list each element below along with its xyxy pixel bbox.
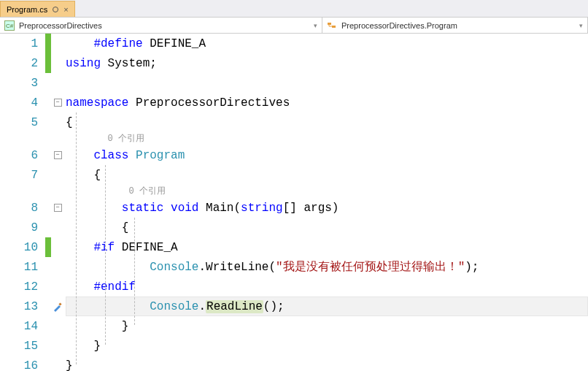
outline-guide [76,112,77,364]
tab-program-cs[interactable]: Program.cs × [0,1,75,17]
code-line[interactable]: } [66,356,588,371]
svg-rect-0 [328,23,331,25]
fold-toggle[interactable]: − [51,145,64,165]
code-line[interactable]: } [66,316,588,336]
tab-label: Program.cs [7,5,47,14]
line-number: 15 [0,340,44,353]
nav-member-dropdown[interactable]: PreprocessorDirectives.Program ▾ [322,18,588,34]
class-icon [327,20,337,31]
line-number: 1 [0,37,44,50]
line-number: 11 [0,261,44,274]
chevron-down-icon: ▾ [579,22,583,29]
close-icon[interactable]: × [63,5,68,14]
line-number: 7 [0,169,44,182]
code-line[interactable]: { [66,165,588,185]
line-number: 2 [0,57,44,70]
code-area[interactable]: #define DEFINE_A using System; namespace… [66,34,588,371]
svg-rect-2 [58,302,61,305]
change-marker [45,53,51,73]
code-line[interactable]: class Program [66,145,588,165]
fold-toggle[interactable]: − [51,93,64,112]
line-number: 8 [0,202,44,215]
code-line[interactable]: namespace PreprocessorDirectives [66,93,588,112]
outline-guide [105,165,106,345]
line-number: 12 [0,280,44,294]
nav-member-label: PreprocessorDirectives.Program [341,21,457,30]
pin-icon[interactable] [52,6,59,13]
change-marker [45,34,51,53]
nav-scope-label: PreprocessorDirectives [19,21,102,30]
code-line[interactable] [66,73,588,93]
line-number: 13 [0,300,44,313]
code-line[interactable]: #if DEFINE_A [66,237,588,257]
fold-toggle[interactable]: − [51,198,64,218]
quick-action-icon[interactable] [51,297,64,316]
line-number: 6 [0,149,44,162]
code-line[interactable]: using System; [66,53,588,73]
line-number: 16 [0,359,44,372]
change-marker [45,237,51,257]
code-line[interactable]: static void Main(string[] args) [66,198,588,218]
code-line[interactable]: Console.WriteLine("我是没有被任何预处理过得输出！"); [66,257,588,277]
outline-guide [134,218,135,325]
codelens-hint[interactable]: 0 个引用 [66,132,588,145]
code-line[interactable]: #endif [66,277,588,297]
code-line[interactable]: { [66,218,588,237]
line-number: 5 [0,116,44,129]
nav-scope-dropdown[interactable]: C# PreprocessorDirectives ▾ [0,18,322,34]
code-editor[interactable]: 1 2 3 4− 5 6− 7 8− 9 10 11 12 13 14 15 1… [0,34,588,371]
line-number: 9 [0,221,44,234]
line-number: 14 [0,320,44,333]
nav-bar: C# PreprocessorDirectives ▾ Preprocessor… [0,18,588,34]
codelens-hint[interactable]: 0 个引用 [66,185,588,198]
code-line[interactable]: } [66,336,588,356]
code-line[interactable]: { [66,112,588,132]
gutter: 1 2 3 4− 5 6− 7 8− 9 10 11 12 13 14 15 1… [0,34,66,371]
line-number: 10 [0,241,44,254]
code-line[interactable]: #define DEFINE_A [66,34,588,53]
code-line-current[interactable]: Console.ReadLine(); [66,297,588,316]
line-number: 3 [0,77,44,90]
tab-bar: Program.cs × [0,0,588,18]
line-number: 4 [0,96,44,110]
chevron-down-icon: ▾ [314,22,317,29]
csharp-project-icon: C# [4,20,15,31]
